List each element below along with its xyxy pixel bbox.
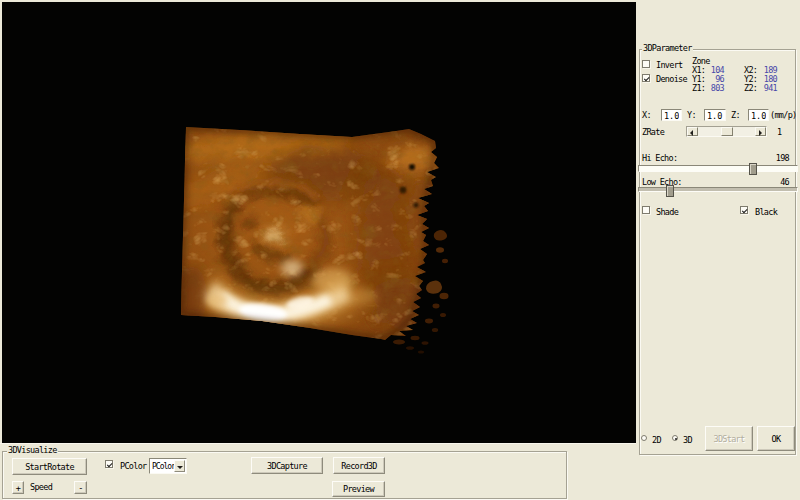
low-echo-slider-track[interactable] (638, 187, 798, 192)
hi-echo-slider-track[interactable] (638, 165, 798, 172)
preview-button[interactable]: Preview (332, 481, 385, 497)
invert-checkbox[interactable] (642, 60, 650, 68)
pcolor-combo-drop-button[interactable] (174, 460, 185, 472)
check-icon (741, 207, 746, 212)
ok-button[interactable]: OK (757, 426, 795, 451)
y-scale-input[interactable] (704, 109, 726, 121)
z-scale-input[interactable] (748, 109, 769, 121)
denoise-checkbox[interactable] (642, 74, 650, 82)
speed-label: Speed (30, 483, 52, 492)
radio-3d-label: 3D (683, 436, 692, 445)
speed-minus-button[interactable]: - (74, 481, 87, 494)
chevron-down-icon (177, 466, 183, 469)
pcolor-checkbox[interactable] (105, 460, 113, 468)
parameter-group-title: 3DParameter (642, 44, 693, 53)
low-echo-label: Low Echo: (642, 178, 682, 187)
check-icon (106, 461, 111, 466)
invert-label: Invert (656, 61, 683, 70)
start-rotate-button[interactable]: StartRotate (12, 458, 87, 475)
pcolor-label: PColor (120, 462, 147, 471)
pcolor-combo-value: PColor (152, 462, 175, 471)
capture-button[interactable]: 3DCapture (251, 457, 323, 474)
zrate-label: ZRate (642, 128, 664, 137)
zrate-scroll-right-button[interactable] (755, 127, 766, 136)
zone-z2-value: 941 (746, 84, 777, 93)
x-scale-label: X: (642, 111, 651, 120)
zrate-scrollbar[interactable] (686, 126, 767, 137)
radio-3d[interactable] (672, 435, 678, 441)
hi-echo-label: Hi Echo: (642, 154, 677, 163)
shade-label: Shade (656, 208, 678, 217)
check-icon (643, 75, 648, 80)
shade-checkbox[interactable] (642, 206, 650, 214)
arrow-left-icon (690, 130, 693, 136)
black-label: Black (755, 208, 777, 217)
app-window: 3DParameter Invert Denoise Zone X1: 104 … (0, 0, 800, 500)
hi-echo-slider-thumb[interactable] (749, 163, 757, 175)
zrate-scroll-thumb[interactable] (721, 127, 733, 136)
y-scale-label: Y: (687, 111, 696, 120)
radio-2d[interactable] (641, 435, 647, 441)
denoise-label: Denoise (656, 75, 687, 84)
scale-unit-label: (mm/p) (770, 111, 797, 120)
zone-z1-value: 803 (694, 84, 724, 93)
black-checkbox[interactable] (740, 206, 748, 214)
radio-2d-label: 2D (652, 436, 661, 445)
visualize-group-title: 3DVisualize (7, 446, 58, 455)
low-echo-value: 46 (756, 178, 789, 187)
zrate-scroll-left-button[interactable] (687, 127, 698, 136)
speed-plus-button[interactable]: + (12, 481, 24, 494)
render-viewport[interactable] (2, 2, 636, 443)
arrow-right-icon (759, 130, 762, 136)
3dstart-button[interactable]: 3DStart (705, 426, 753, 451)
visualize-bar: 3DVisualize StartRotate + Speed - PColor… (0, 443, 636, 500)
pcolor-combobox[interactable]: PColor (149, 458, 187, 474)
radio-dot-icon (675, 438, 677, 440)
x-scale-input[interactable] (661, 109, 682, 121)
record-button[interactable]: Record3D (333, 457, 385, 474)
ultrasound-render (2, 2, 636, 443)
low-echo-slider-thumb[interactable] (666, 185, 674, 197)
zrate-value: 1 (777, 128, 781, 137)
z-scale-label: Z: (731, 111, 740, 120)
hi-echo-value: 198 (756, 154, 789, 163)
parameter-panel: 3DParameter Invert Denoise Zone X1: 104 … (636, 0, 800, 500)
